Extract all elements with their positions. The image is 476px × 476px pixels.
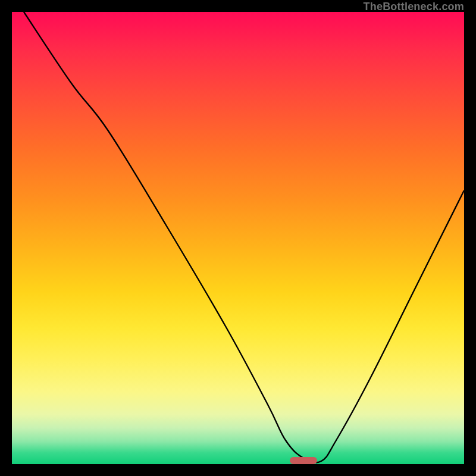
chart-frame: TheBottleneck.com (0, 0, 476, 476)
bottleneck-curve (12, 12, 464, 464)
watermark-label: TheBottleneck.com (364, 1, 464, 13)
optimum-marker (290, 457, 317, 464)
